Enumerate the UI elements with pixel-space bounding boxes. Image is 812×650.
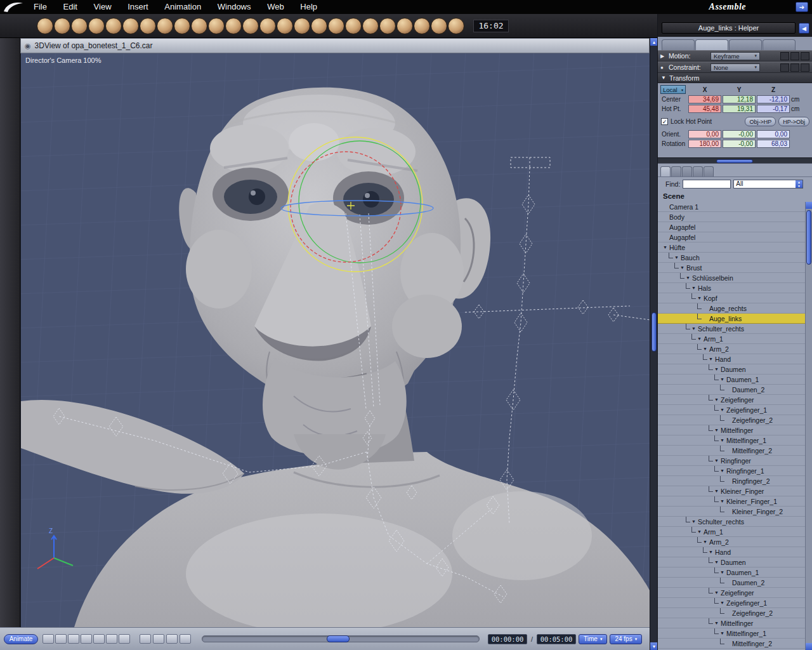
expand-arrow-icon[interactable]: ▼ — [691, 286, 698, 290]
animate-button[interactable]: Animate — [4, 634, 38, 644]
properties-tab[interactable] — [729, 39, 762, 50]
hot-x-field[interactable]: 45,48 — [688, 105, 721, 113]
properties-hscrollbar[interactable] — [658, 157, 812, 164]
hscroll-thumb[interactable] — [716, 159, 753, 163]
hot-z-field[interactable]: -0,17 — [757, 105, 790, 113]
tree-item[interactable]: ▼ Hand — [658, 547, 806, 557]
fire-object-icon[interactable] — [259, 18, 276, 34]
tree-item[interactable]: ▼ Mittelfinger — [658, 618, 806, 628]
expand-arrow-icon[interactable]: ▼ — [714, 367, 721, 371]
tree-item[interactable]: ▼ Kopf — [658, 293, 806, 303]
expand-arrow-icon[interactable]: ▼ — [680, 265, 686, 270]
tree-item[interactable]: ▼ Augapfel — [658, 222, 806, 232]
center-x-field[interactable]: 34,69 — [688, 95, 721, 103]
expand-arrow-icon[interactable]: ▼ — [720, 570, 726, 574]
tree-item[interactable]: ▼ Kleiner_Finger_2 — [658, 507, 806, 517]
tree-item[interactable]: ▼ Mittelfinger_2 — [658, 639, 806, 649]
ring-object-icon[interactable] — [431, 18, 447, 34]
bowl-object-icon[interactable] — [345, 18, 362, 34]
expand-arrow-icon[interactable]: ▼ — [714, 621, 721, 625]
center-y-field[interactable]: 12,18 — [723, 95, 756, 103]
scene-root-label[interactable]: Scene — [658, 190, 812, 202]
zoom-tool-icon[interactable] — [3, 332, 18, 348]
tree-item[interactable]: ▼ Arm_2 — [658, 344, 806, 354]
transform-section-header[interactable]: ▼ Transform — [658, 73, 812, 83]
expand-arrow-icon[interactable]: ▼ — [720, 408, 726, 412]
flower-object-icon[interactable] — [174, 18, 190, 34]
prev-keyframe-button[interactable] — [140, 634, 151, 644]
step-forward-button[interactable] — [93, 634, 105, 644]
gear-object-icon[interactable] — [122, 18, 139, 34]
help-icon[interactable] — [801, 52, 809, 60]
collapse-panel-button[interactable]: ◀ — [799, 23, 809, 34]
plant-object-icon[interactable] — [277, 18, 293, 34]
rotate-tool-icon[interactable] — [3, 88, 18, 104]
tree-item[interactable]: ▼ Ringfinger_2 — [658, 476, 806, 486]
tree-item[interactable]: ▼ Daumen — [658, 557, 806, 567]
rotation-z-field[interactable]: 68,03 — [757, 140, 790, 148]
keyframe-toggle-button[interactable] — [153, 634, 164, 644]
tree-item[interactable]: ▼ Daumen_2 — [658, 578, 806, 588]
expand-arrow-icon[interactable]: ▼ — [720, 438, 726, 442]
hp-to-obj-button[interactable]: HP->Obj — [778, 117, 809, 126]
tree-item[interactable]: ▼ Arm_1 — [658, 334, 806, 344]
tree-item[interactable]: ▼ Zeigefinger_1 — [658, 598, 806, 608]
expand-arrow-icon[interactable]: ▼ — [691, 519, 698, 524]
jump-end-button[interactable] — [106, 634, 117, 644]
expand-arrow-icon[interactable]: ▼ — [714, 397, 721, 402]
menu-item[interactable]: Web — [260, 2, 291, 11]
viewport-vscrollbar[interactable]: ▲ ▼ — [650, 38, 657, 650]
expand-arrow-icon[interactable]: ▼ — [714, 489, 721, 493]
tree-item[interactable]: ▼ Hand — [658, 354, 806, 364]
expand-arrow-icon[interactable]: ▼ — [720, 499, 726, 503]
vscroll-thumb[interactable] — [806, 210, 811, 265]
properties-tab[interactable] — [662, 39, 695, 50]
find-input[interactable] — [683, 180, 731, 189]
text-object-icon[interactable] — [140, 18, 156, 34]
tree-item[interactable]: ▼ Daumen_1 — [658, 567, 806, 578]
tree-item[interactable]: ▼ Zeigefinger_2 — [658, 415, 806, 425]
tree-item[interactable]: ▼ Body — [658, 212, 806, 222]
brush-tool-icon[interactable] — [37, 18, 53, 34]
expand-arrow-icon[interactable]: ▼ — [714, 590, 721, 595]
rotation-x-field[interactable]: 180,00 — [688, 140, 721, 148]
tree-item[interactable]: ▼ Augapfel — [658, 232, 806, 242]
shell-object-icon[interactable] — [294, 18, 310, 34]
tree-item[interactable]: ▼ Schulter_rechts — [658, 324, 806, 334]
current-time-field[interactable]: 00:00:00 — [488, 634, 527, 644]
ik-chain-icon[interactable] — [3, 200, 18, 216]
tree-item[interactable]: ▼ Hüfte — [658, 242, 806, 253]
menu-item[interactable]: Windows — [211, 2, 258, 11]
delete-keyframe-button[interactable] — [166, 634, 178, 644]
tree-item[interactable]: ▼ Auge_links — [658, 314, 806, 324]
expand-arrow-icon[interactable]: ▼ — [697, 529, 704, 534]
tree-item[interactable]: ▼ Mittelfinger_1 — [658, 628, 806, 639]
expand-arrow-icon[interactable]: ▼ — [697, 336, 704, 341]
hierarchy-tab[interactable] — [693, 166, 703, 176]
scroll-up-icon[interactable] — [806, 202, 812, 209]
tree-item[interactable]: ▼ Mittelfinger_2 — [658, 446, 806, 456]
properties-tab[interactable] — [763, 39, 796, 50]
sphere-primitive-icon[interactable] — [54, 18, 70, 34]
bone-object-icon[interactable] — [448, 18, 464, 34]
spline-object-icon[interactable] — [105, 18, 122, 34]
expand-arrow-icon[interactable]: ▼ — [714, 560, 721, 564]
particle-emitter-icon[interactable] — [157, 18, 173, 34]
vertex-object-icon[interactable] — [71, 18, 88, 34]
menu-item[interactable]: Animation — [157, 2, 208, 11]
timeline-thumb[interactable] — [327, 635, 350, 642]
expand-arrow-icon[interactable]: ▼ — [709, 357, 715, 361]
tree-item[interactable]: ▼ Zeigefinger_2 — [658, 608, 806, 618]
expand-arrow-icon[interactable]: ▼ — [703, 347, 709, 351]
plus-object-icon[interactable] — [208, 18, 225, 34]
eyedropper-icon[interactable] — [3, 127, 18, 143]
viewport-titlebar[interactable]: ◉ 3DView of opa_bonetest_1_C6.car — [20, 38, 650, 53]
tree-item[interactable]: ▼ Zeigefinger — [658, 588, 806, 598]
drop-object-icon[interactable] — [242, 18, 259, 34]
menu-item[interactable]: View — [87, 2, 119, 11]
expand-arrow-icon[interactable]: ▼ — [720, 631, 726, 635]
bone-tool-icon[interactable] — [3, 180, 18, 197]
motion-method-dropdown[interactable]: Keyframe ▾ — [710, 52, 760, 60]
time-mode-dropdown[interactable]: Time ▾ — [579, 634, 607, 644]
expand-arrow-icon[interactable]: ▼ — [720, 377, 726, 381]
